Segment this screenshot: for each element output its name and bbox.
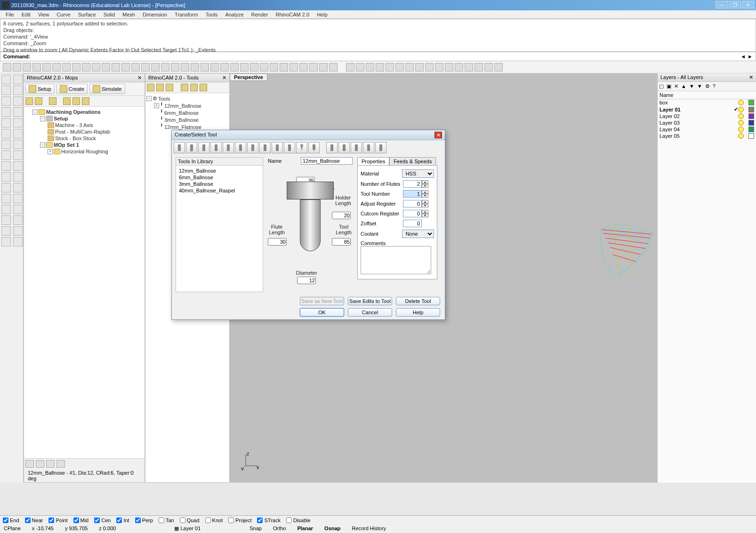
help-button[interactable]: Help — [396, 308, 440, 317]
down-icon[interactable]: ▼ — [689, 83, 694, 89]
lock-icon[interactable] — [230, 63, 239, 72]
tab-feeds-speeds[interactable]: Feeds & Speeds — [389, 157, 436, 165]
visibility-icon[interactable] — [738, 133, 744, 139]
menu-curve[interactable]: Curve — [53, 11, 74, 18]
mops-tree[interactable]: −Machining Operations −Setup Machine - 3… — [24, 107, 145, 458]
panel-close-icon[interactable]: ✕ — [749, 74, 753, 80]
mirror-tool[interactable] — [13, 237, 23, 247]
tree-roughing[interactable]: Horizontal Roughing — [61, 149, 108, 154]
toolnum-input[interactable] — [403, 190, 422, 198]
planar-toggle[interactable]: Planar — [297, 525, 313, 531]
toolbar-icon[interactable] — [35, 97, 42, 105]
tool-icon[interactable] — [166, 84, 173, 91]
icon[interactable] — [25, 460, 34, 468]
chamfer-tool[interactable] — [13, 194, 23, 203]
mid-check[interactable] — [73, 517, 79, 523]
snap-toggle[interactable]: Snap — [249, 525, 262, 531]
solid-tool[interactable] — [13, 140, 23, 149]
library-item[interactable]: 12mm_Ballnose — [178, 167, 261, 174]
layer-row[interactable]: Layer 03 — [658, 119, 756, 126]
collapse-icon[interactable]: − — [40, 143, 45, 148]
tree-tool-item[interactable]: 12mm_Flatnose — [164, 124, 201, 130]
tool-length-input[interactable] — [332, 238, 351, 246]
diameter-input[interactable] — [297, 277, 316, 284]
sweep-tool[interactable] — [13, 172, 23, 182]
dim9-icon[interactable] — [425, 63, 434, 72]
tooltype-icon[interactable] — [351, 142, 362, 153]
expand-icon[interactable]: + — [48, 149, 53, 154]
tool-icon[interactable] — [181, 84, 188, 91]
color-swatch[interactable] — [748, 107, 754, 112]
menu-edit[interactable]: Edit — [18, 11, 34, 18]
toolbar-icon[interactable] — [49, 97, 56, 105]
zoom-icon[interactable] — [112, 63, 120, 72]
collapse-icon[interactable]: − — [40, 116, 45, 121]
layer-row[interactable]: box — [658, 99, 756, 106]
coolant-select[interactable]: None — [402, 230, 434, 238]
dim3-icon[interactable] — [366, 63, 374, 72]
menu-rhinocam[interactable]: RhinoCAM 2.0 — [272, 11, 314, 18]
rect-tool[interactable] — [1, 107, 11, 117]
menu-analyze[interactable]: Analyze — [221, 11, 247, 18]
gear-icon[interactable] — [309, 63, 318, 72]
quad-check[interactable] — [180, 517, 185, 523]
save-edits-button[interactable]: Save Edits to Tool — [348, 297, 392, 305]
perp-check[interactable] — [135, 517, 141, 523]
layer-row[interactable]: Layer 02 — [658, 113, 756, 119]
create-button[interactable]: Create — [56, 84, 88, 94]
show-icon[interactable] — [220, 63, 229, 72]
tooltype-icon[interactable] — [296, 142, 307, 153]
material-select[interactable]: HSS — [402, 169, 434, 178]
undo-icon[interactable] — [72, 63, 80, 72]
scroll-right-icon[interactable]: ► — [748, 54, 753, 59]
menu-solid[interactable]: Solid — [100, 11, 119, 18]
collapse-icon[interactable]: − — [146, 96, 152, 101]
int-check[interactable] — [116, 517, 122, 523]
dim-icon[interactable] — [346, 63, 354, 72]
plugin-icon[interactable] — [319, 63, 328, 72]
tooltype-icon[interactable] — [259, 142, 271, 153]
dim11-icon[interactable] — [445, 63, 453, 72]
check-icon[interactable] — [484, 63, 493, 72]
offset-tool[interactable] — [13, 183, 23, 192]
setup-button[interactable]: Setup — [25, 84, 55, 94]
library-item[interactable]: 3mm_Ballnose — [178, 181, 261, 187]
group-tool[interactable] — [1, 226, 11, 236]
dim7-icon[interactable] — [405, 63, 414, 72]
box-tool[interactable] — [1, 140, 11, 149]
cancel-button[interactable]: Cancel — [348, 308, 392, 317]
line-tool[interactable] — [1, 86, 11, 95]
properties-icon[interactable] — [270, 63, 278, 72]
tree-machining-ops[interactable]: Machining Operations — [46, 109, 101, 115]
tree-mopset[interactable]: MOp Set 1 — [54, 142, 79, 148]
dim14-icon[interactable] — [475, 63, 483, 72]
tan-check[interactable] — [159, 517, 164, 523]
cylinder-tool[interactable] — [1, 151, 11, 160]
maximize-button[interactable]: ❐ — [729, 1, 741, 8]
join-tool[interactable] — [1, 215, 11, 225]
tool-icon[interactable] — [156, 84, 164, 91]
panel-close-icon[interactable]: ✕ — [222, 75, 226, 81]
tree-tools-root[interactable]: Tools — [158, 96, 170, 102]
zoom-window-icon[interactable] — [131, 63, 140, 72]
split-tool[interactable] — [13, 205, 23, 214]
copy-icon[interactable] — [52, 63, 61, 72]
tree-post[interactable]: Post - MultiCam-Raplab — [55, 129, 110, 135]
dim2-icon[interactable] — [356, 63, 364, 72]
tooltype-icon[interactable] — [210, 142, 222, 153]
visibility-icon[interactable] — [738, 120, 744, 126]
viewport-tab[interactable]: Perspective — [230, 73, 267, 81]
adjust-input[interactable] — [403, 200, 422, 207]
tooltype-icon[interactable] — [186, 142, 197, 153]
dialog-close-button[interactable]: ✕ — [434, 132, 442, 138]
tool-icon[interactable] — [190, 84, 198, 91]
minimize-button[interactable]: — — [716, 1, 728, 8]
near-check[interactable] — [25, 517, 31, 523]
menu-dimension[interactable]: Dimension — [139, 11, 171, 18]
zoffset-input[interactable] — [403, 220, 422, 227]
globe-icon[interactable] — [290, 63, 298, 72]
extrude-tool[interactable] — [13, 161, 23, 171]
toolbar-icon[interactable] — [82, 97, 89, 105]
dim13-icon[interactable] — [465, 63, 473, 72]
ortho-toggle[interactable]: Ortho — [273, 525, 286, 531]
